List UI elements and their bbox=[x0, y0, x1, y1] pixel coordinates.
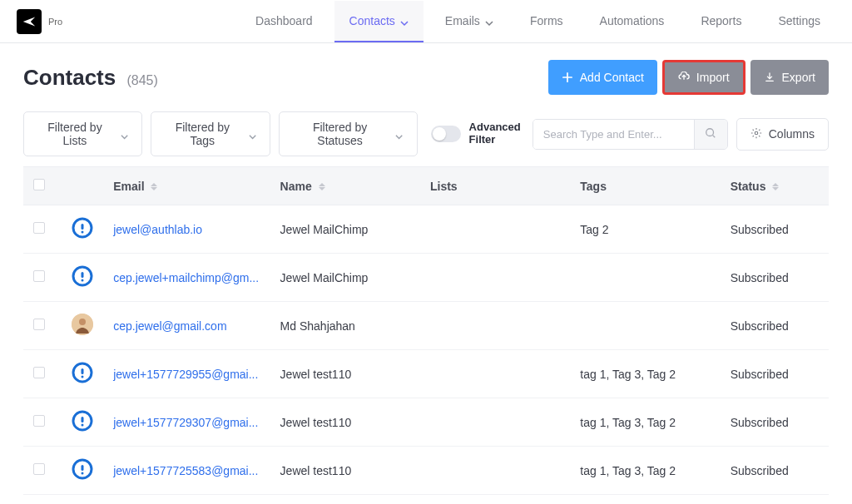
contact-lists bbox=[420, 350, 570, 398]
contact-tags bbox=[570, 302, 720, 350]
contact-name: Md Shahjahan bbox=[270, 302, 420, 350]
pro-label: Pro bbox=[48, 17, 62, 27]
contact-status: Subscribed bbox=[721, 350, 829, 398]
contact-tags bbox=[570, 254, 720, 302]
cloud-upload-icon bbox=[678, 72, 690, 83]
advanced-filter-label: Advanced Filter bbox=[469, 121, 521, 146]
contact-status: Subscribed bbox=[721, 254, 829, 302]
contact-email-link[interactable]: jewel+1577729955@gmai... bbox=[113, 368, 258, 381]
page-header: Contacts (845) Add Contact Import Export bbox=[23, 60, 829, 95]
contact-email-link[interactable]: jewel+1577725583@gmai... bbox=[113, 464, 258, 477]
chevron-down-icon bbox=[400, 17, 409, 25]
nav-item-label: Automations bbox=[600, 14, 665, 27]
chevron-down-icon bbox=[121, 130, 128, 138]
nav-item-settings[interactable]: Settings bbox=[763, 1, 835, 42]
nav-item-automations[interactable]: Automations bbox=[585, 1, 680, 42]
contact-email-link[interactable]: cep.jewel+mailchimp@gm... bbox=[113, 271, 259, 284]
svg-point-1 bbox=[755, 131, 758, 135]
avatar bbox=[72, 410, 93, 432]
table-row: jewel+1577729955@gmai...Jewel test110tag… bbox=[23, 350, 829, 398]
gear-icon bbox=[750, 127, 762, 141]
avatar bbox=[72, 458, 93, 480]
row-checkbox[interactable] bbox=[33, 463, 45, 475]
row-checkbox[interactable] bbox=[33, 319, 45, 330]
contact-tags: tag 1, Tag 3, Tag 2 bbox=[570, 447, 720, 495]
table-row: jewel@authlab.ioJewel MailChimpTag 2Subs… bbox=[23, 205, 829, 254]
filter-statuses-label: Filtered by Statuses bbox=[293, 121, 388, 147]
content-area: Contacts (845) Add Contact Import Export… bbox=[0, 43, 852, 504]
contact-name: Jewel test110 bbox=[270, 495, 420, 505]
row-checkbox[interactable] bbox=[33, 270, 45, 282]
svg-point-0 bbox=[706, 128, 714, 136]
avatar bbox=[72, 265, 93, 287]
contact-lists bbox=[420, 447, 570, 495]
table-row: cep.jewel+mailchimp@gm...Jewel MailChimp… bbox=[23, 254, 829, 302]
nav-item-label: Contacts bbox=[349, 14, 395, 27]
contact-status: Subscribed bbox=[721, 495, 829, 505]
filter-lists-label: Filtered by Lists bbox=[37, 121, 112, 147]
column-header-email[interactable]: Email bbox=[103, 167, 270, 205]
contact-email-link[interactable]: cep.jewel@gmail.com bbox=[113, 319, 226, 333]
contact-lists bbox=[420, 254, 570, 302]
table-row: jewel+1577729307@gmai...Jewel test110tag… bbox=[23, 398, 829, 447]
top-bar: Pro DashboardContactsEmailsFormsAutomati… bbox=[0, 0, 852, 43]
search-button[interactable] bbox=[694, 120, 727, 149]
export-label: Export bbox=[782, 71, 815, 84]
contact-name: Jewel test110 bbox=[270, 447, 420, 495]
nav-item-emails[interactable]: Emails bbox=[430, 1, 508, 42]
svg-rect-3 bbox=[82, 224, 84, 230]
filter-statuses-button[interactable]: Filtered by Statuses bbox=[279, 111, 418, 156]
search-icon bbox=[705, 127, 716, 141]
avatar bbox=[72, 217, 93, 239]
header-actions: Add Contact Import Export bbox=[548, 60, 829, 95]
filters-row: Filtered by Lists Filtered by Tags Filte… bbox=[23, 111, 829, 156]
advanced-filter-toggle[interactable] bbox=[431, 126, 461, 142]
chevron-down-icon bbox=[249, 130, 256, 138]
download-icon bbox=[764, 72, 775, 83]
svg-point-15 bbox=[82, 424, 84, 427]
chevron-down-icon bbox=[485, 17, 493, 25]
column-header-status[interactable]: Status bbox=[721, 167, 829, 205]
contact-status: Subscribed bbox=[721, 447, 829, 495]
nav-item-forms[interactable]: Forms bbox=[515, 1, 578, 42]
search-input[interactable] bbox=[533, 120, 694, 149]
contact-email-link[interactable]: jewel+1577729307@gmai... bbox=[113, 416, 258, 429]
add-contact-button[interactable]: Add Contact bbox=[548, 60, 657, 95]
contact-name: Jewel test110 bbox=[270, 398, 420, 447]
contact-lists bbox=[420, 398, 570, 447]
contact-lists bbox=[420, 302, 570, 350]
contact-tags: tag 1, Tag 3, Tag 2 bbox=[570, 350, 720, 398]
import-button[interactable]: Import bbox=[662, 60, 746, 95]
row-checkbox[interactable] bbox=[33, 415, 45, 427]
row-checkbox[interactable] bbox=[33, 222, 45, 234]
column-header-tags: Tags bbox=[570, 167, 720, 205]
row-checkbox[interactable] bbox=[33, 367, 45, 378]
page-title-text: Contacts bbox=[23, 65, 116, 90]
select-all-checkbox[interactable] bbox=[33, 179, 45, 190]
add-contact-label: Add Contact bbox=[580, 71, 644, 84]
columns-label: Columns bbox=[769, 127, 815, 141]
filter-lists-button[interactable]: Filtered by Lists bbox=[23, 111, 142, 156]
columns-button[interactable]: Columns bbox=[736, 118, 829, 151]
nav-item-dashboard[interactable]: Dashboard bbox=[240, 1, 328, 42]
svg-rect-14 bbox=[82, 417, 84, 422]
filter-tags-button[interactable]: Filtered by Tags bbox=[151, 111, 270, 156]
contacts-table: Email Name Lists Tags Status jewel@authl… bbox=[23, 166, 829, 504]
nav-item-reports[interactable]: Reports bbox=[686, 1, 756, 42]
contact-lists bbox=[420, 205, 570, 254]
svg-point-4 bbox=[82, 231, 84, 234]
contact-lists bbox=[420, 495, 570, 505]
nav-item-label: Emails bbox=[445, 14, 480, 27]
nav-item-contacts[interactable]: Contacts bbox=[334, 1, 424, 42]
contact-name: Jewel test110 bbox=[270, 350, 420, 398]
contact-email-link[interactable]: jewel@authlab.io bbox=[113, 223, 202, 236]
page-title: Contacts (845) bbox=[23, 65, 158, 91]
contact-tags: tag 1, Tag 3, Tag 2 bbox=[570, 495, 720, 505]
contact-count: (845) bbox=[126, 73, 157, 87]
contact-status: Subscribed bbox=[721, 205, 829, 254]
column-header-name[interactable]: Name bbox=[270, 167, 420, 205]
contact-tags: tag 1, Tag 3, Tag 2 bbox=[570, 398, 720, 447]
svg-point-18 bbox=[82, 472, 84, 475]
nav-item-label: Dashboard bbox=[255, 14, 313, 27]
export-button[interactable]: Export bbox=[750, 60, 829, 95]
